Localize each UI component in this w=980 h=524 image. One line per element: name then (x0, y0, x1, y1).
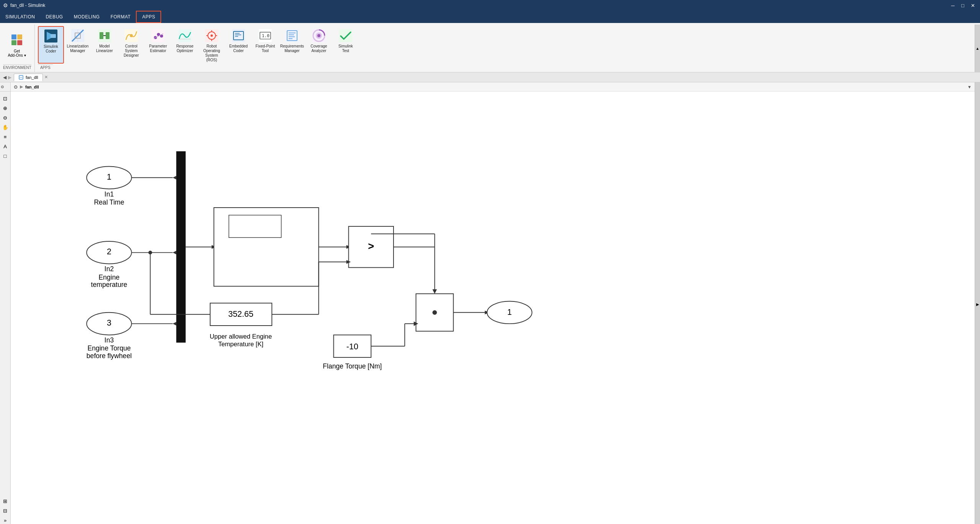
zoom-out-button[interactable]: ⊖ (1, 113, 10, 122)
menu-simulation[interactable]: SIMULATION (0, 11, 40, 23)
control-system-designer-button[interactable]: Control SystemDesigner (118, 26, 144, 64)
svg-marker-68 (173, 251, 176, 254)
response-optimizer-button[interactable]: ResponseOptimizer (172, 26, 198, 64)
svg-text:temperature: temperature (91, 281, 127, 288)
ribbon: GetAdd-Ons ▾ ENVIRONMENT SimulinkCoder (0, 23, 980, 72)
svg-rect-1 (17, 34, 22, 39)
svg-marker-69 (173, 322, 176, 326)
titlebar: ⚙ fan_dll - Simulink ─ □ ✕ (0, 0, 980, 11)
svg-point-20 (160, 34, 163, 38)
ros-button[interactable]: Robot OperatingSystem (ROS) (199, 26, 225, 64)
simulink-diagram: 1 In1 Real Time 2 In2 Engine temperature… (11, 92, 975, 524)
coverage-analyzer-icon (311, 28, 327, 43)
expand-left-panel[interactable]: » (1, 516, 10, 524)
svg-rect-6 (51, 34, 56, 38)
get-addons-button[interactable]: GetAdd-Ons ▾ (3, 26, 31, 64)
zoom-fit-button[interactable]: ⊡ (1, 94, 10, 103)
svg-text:In2: In2 (105, 265, 114, 273)
simulink-coder-icon (43, 28, 59, 44)
menubar: SIMULATION DEBUG MODELING FORMAT APPS (0, 11, 980, 23)
model-tab-icon (19, 75, 23, 80)
coverage-analyzer-label: CoverageAnalyzer (310, 44, 327, 53)
parameter-estimator-button[interactable]: ParameterEstimator (145, 26, 171, 64)
nav-back-button[interactable]: ◀ (3, 75, 7, 80)
maximize-button[interactable]: □ (959, 1, 967, 10)
svg-rect-3 (17, 40, 22, 45)
env-section-label: ENVIRONMENT (3, 64, 31, 70)
embedded-coder-label: EmbeddedCoder (229, 44, 248, 53)
menu-format[interactable]: FORMAT (105, 11, 136, 23)
menu-apps[interactable]: APPS (136, 11, 161, 23)
model-linearizer-button[interactable]: ModelLinearizer (91, 26, 118, 64)
bottom-tool-1[interactable]: ⊞ (1, 497, 10, 505)
addons-icon (9, 32, 24, 47)
svg-point-25 (211, 34, 213, 37)
simulink-coder-button[interactable]: SimulinkCoder (38, 26, 64, 64)
minimize-button[interactable]: ─ (949, 1, 957, 10)
right-panel-collapse[interactable]: ▶ (975, 82, 980, 524)
embedded-coder-button[interactable]: EmbeddedCoder (225, 26, 252, 64)
ros-label: Robot OperatingSystem (ROS) (200, 44, 224, 62)
svg-text:Upper allowed Engine: Upper allowed Engine (210, 333, 272, 340)
coverage-analyzer-button[interactable]: CoverageAnalyzer (306, 26, 332, 64)
svg-marker-67 (173, 176, 176, 180)
svg-text:>: > (368, 240, 374, 252)
svg-rect-40 (286, 29, 299, 42)
nav-forward-button[interactable]: ▶ (8, 75, 11, 80)
linearization-manager-label: LinearizationManager (67, 44, 89, 53)
requirements-manager-icon (284, 28, 300, 43)
svg-rect-0 (11, 34, 16, 39)
simulink-canvas-area[interactable]: 1 In1 Real Time 2 In2 Engine temperature… (11, 92, 975, 524)
svg-rect-2 (11, 40, 16, 45)
svg-text:Real Time: Real Time (94, 198, 124, 206)
bottom-tool-2[interactable]: ⊟ (1, 506, 10, 515)
apps-section-label: APPS (38, 64, 53, 70)
ribbon-section-apps: SimulinkCoder LinearizationManager (35, 25, 975, 72)
svg-text:before flywheel: before flywheel (87, 352, 132, 360)
svg-marker-92 (433, 289, 437, 294)
response-optimizer-label: ResponseOptimizer (176, 44, 193, 53)
parameter-estimator-icon (150, 28, 166, 43)
ribbon-collapse-button[interactable]: ▲ (975, 25, 980, 72)
menu-modeling[interactable]: MODELING (69, 11, 105, 23)
fixed-point-tool-label: Fixed-PointTool (256, 44, 275, 53)
titlebar-title-area: ⚙ fan_dll - Simulink (3, 2, 45, 8)
ros-icon (204, 28, 219, 43)
selection-tool-button[interactable]: □ (1, 152, 10, 160)
requirements-manager-button[interactable]: RequirementsManager (279, 26, 305, 64)
pan-tool-button[interactable]: ✋ (1, 123, 10, 131)
zoom-in-button[interactable]: ⊕ (1, 104, 10, 112)
window-title: fan_dll - Simulink (10, 3, 45, 8)
svg-point-16 (130, 34, 133, 37)
svg-text:2: 2 (107, 247, 111, 256)
tab-fan-dll[interactable]: fan_dll (14, 74, 43, 81)
svg-text:Temperature [K]: Temperature [K] (218, 341, 263, 348)
breadcrumb-collapse-right[interactable]: ▼ (967, 85, 972, 89)
fixed-point-tool-button[interactable]: 1.0 Fixed-PointTool (252, 26, 278, 64)
svg-point-18 (154, 36, 157, 39)
ribbon-section-environment: GetAdd-Ons ▾ ENVIRONMENT (0, 25, 35, 72)
svg-text:Engine: Engine (99, 273, 120, 281)
model-nav-icon: ⊙ (1, 85, 4, 89)
svg-rect-12 (100, 32, 103, 39)
close-button[interactable]: ✕ (969, 1, 977, 10)
tab-strip: ◀ ▶ fan_dll ✕ (0, 72, 980, 82)
simulink-coder-label: SimulinkCoder (44, 44, 58, 54)
annotations-button[interactable]: A (1, 142, 10, 151)
control-system-designer-label: Control SystemDesigner (119, 44, 143, 58)
response-optimizer-icon (177, 28, 193, 43)
svg-rect-77 (229, 215, 281, 238)
breadcrumb-separator: ▶ (20, 84, 23, 89)
svg-text:1: 1 (107, 172, 111, 182)
model-linearizer-icon (97, 28, 112, 43)
simulink-test-label: SimulinkTest (338, 44, 353, 53)
svg-point-94 (433, 310, 437, 315)
titlebar-controls: ─ □ ✕ (949, 1, 977, 10)
linearization-manager-button[interactable]: LinearizationManager (65, 26, 91, 64)
simulink-test-button[interactable]: SimulinkTest (333, 26, 359, 64)
signal-hierarchy-button[interactable]: ≡ (1, 133, 10, 141)
svg-text:3: 3 (107, 318, 111, 328)
svg-text:352.65: 352.65 (228, 310, 253, 319)
tab-close-button[interactable]: ✕ (44, 75, 48, 80)
menu-debug[interactable]: DEBUG (40, 11, 68, 23)
